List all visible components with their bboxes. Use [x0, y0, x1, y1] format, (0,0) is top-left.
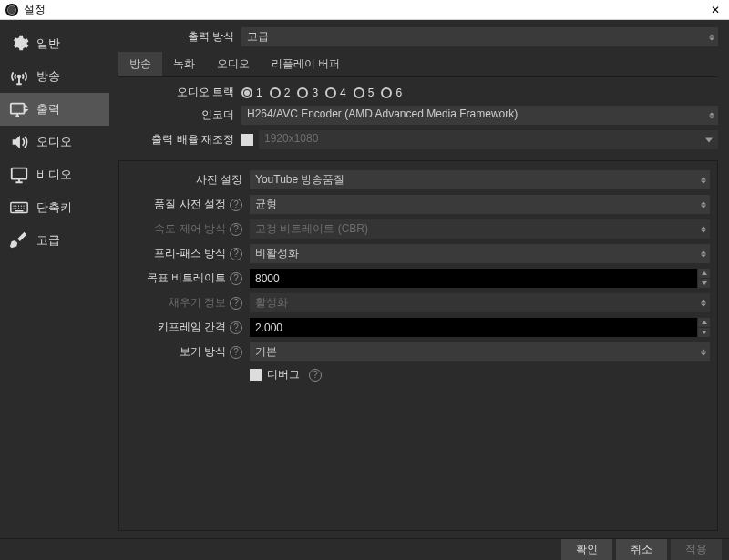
antenna-icon	[9, 66, 29, 87]
sidebar: 일반 방송 출력 오디오 비디오	[0, 20, 109, 538]
sidebar-item-label: 일반	[36, 36, 60, 52]
gear-icon	[9, 34, 29, 54]
encoder-label: 인코더	[118, 107, 241, 123]
help-icon[interactable]: ?	[230, 248, 242, 260]
encoder-settings-panel: 사전 설정 YouTube 방송품질 품질 사전 설정? 균형 속도 제어 방식…	[118, 160, 718, 531]
keyframe-interval-label: 키프레임 간격?	[127, 320, 250, 335]
quality-preset-label: 품질 사전 설정?	[127, 197, 250, 212]
ok-button[interactable]: 확인	[561, 539, 612, 560]
tab-streaming[interactable]: 방송	[118, 52, 162, 76]
sidebar-item-label: 고급	[36, 232, 60, 249]
chevron-down-icon	[705, 137, 713, 142]
rescale-checkbox[interactable]	[241, 134, 253, 146]
debug-checkbox[interactable]	[250, 369, 262, 381]
audio-track-radio-1[interactable]: 1	[241, 87, 262, 99]
help-icon: ?	[230, 223, 242, 236]
output-mode-label: 출력 방식	[118, 29, 241, 45]
audio-track-radio-3[interactable]: 3	[297, 87, 318, 99]
updown-icon	[701, 201, 706, 208]
filler-data-select: 활성화	[250, 293, 710, 312]
spinner-buttons[interactable]	[697, 269, 710, 288]
encoder-row: 인코더 H264/AVC Encoder (AMD Advanced Media…	[118, 106, 718, 125]
titlebar: 설정 ✕	[0, 0, 729, 20]
sidebar-item-output[interactable]: 출력	[0, 93, 109, 126]
rate-control-label: 속도 제어 방식?	[127, 221, 250, 237]
rescale-select: 1920x1080	[259, 130, 718, 149]
encoder-select[interactable]: H264/AVC Encoder (AMD Advanced Media Fra…	[241, 106, 718, 125]
tab-replay-buffer[interactable]: 리플레이 버퍼	[261, 52, 351, 76]
rescale-row: 출력 배율 재조정 1920x1080	[118, 130, 718, 149]
quality-preset-select[interactable]: 균형	[250, 195, 710, 214]
view-mode-label: 보기 방식?	[127, 344, 250, 360]
sidebar-item-label: 단축키	[36, 199, 72, 216]
sidebar-item-label: 방송	[36, 68, 60, 85]
sidebar-item-advanced[interactable]: 고급	[0, 224, 109, 257]
target-bitrate-input[interactable]	[250, 269, 710, 288]
sidebar-item-hotkeys[interactable]: 단축키	[0, 191, 109, 224]
keyframe-interval-input[interactable]	[250, 318, 710, 337]
updown-icon	[701, 177, 706, 183]
output-mode-row: 출력 방식 고급	[118, 27, 718, 46]
content: 출력 방식 고급 방송 녹화 오디오 리플레이 버퍼 오디오 트랙 1 2 3 …	[109, 20, 729, 538]
updown-icon	[701, 250, 706, 257]
sidebar-item-audio[interactable]: 오디오	[0, 126, 109, 158]
audio-track-row: 오디오 트랙 1 2 3 4 5 6	[118, 85, 718, 100]
sidebar-item-video[interactable]: 비디오	[0, 158, 109, 191]
help-icon[interactable]: ?	[230, 272, 242, 285]
preset-label: 사전 설정	[127, 172, 250, 188]
help-icon[interactable]: ?	[230, 321, 242, 334]
sidebar-item-label: 출력	[36, 101, 60, 117]
updown-icon	[709, 34, 714, 40]
obs-icon	[5, 4, 18, 16]
help-icon[interactable]: ?	[230, 199, 242, 211]
close-icon[interactable]: ✕	[707, 4, 724, 16]
updown-icon	[701, 300, 706, 306]
audio-track-radio-4[interactable]: 4	[325, 87, 346, 99]
help-icon[interactable]: ?	[309, 369, 322, 382]
updown-icon	[701, 226, 706, 232]
view-mode-select[interactable]: 기본	[250, 342, 710, 361]
updown-icon	[701, 349, 706, 355]
monitor-icon	[9, 165, 29, 185]
sidebar-item-general[interactable]: 일반	[0, 27, 109, 60]
sidebar-item-label: 오디오	[36, 134, 72, 150]
rescale-label: 출력 배율 재조정	[118, 132, 241, 148]
output-tabs: 방송 녹화 오디오 리플레이 버퍼	[118, 52, 718, 77]
help-icon[interactable]: ?	[230, 346, 242, 359]
svg-rect-1	[11, 104, 25, 114]
svg-rect-2	[12, 168, 27, 179]
sidebar-item-label: 비디오	[36, 167, 72, 183]
tools-icon	[9, 230, 29, 250]
tab-audio[interactable]: 오디오	[206, 52, 261, 76]
filler-data-label: 채우기 정보?	[127, 295, 250, 311]
output-icon	[9, 99, 29, 119]
tab-recording[interactable]: 녹화	[162, 52, 206, 76]
debug-label: 디버그	[267, 367, 300, 382]
window-title: 설정	[24, 2, 46, 17]
audio-track-label: 오디오 트랙	[118, 85, 241, 100]
audio-track-radio-6[interactable]: 6	[381, 87, 402, 99]
updown-icon	[709, 112, 714, 118]
help-icon: ?	[230, 297, 242, 310]
dialog-footer: 확인 취소 적용	[0, 538, 729, 560]
cancel-button[interactable]: 취소	[616, 539, 667, 560]
output-mode-select[interactable]: 고급	[241, 27, 718, 46]
apply-button: 적용	[671, 539, 722, 560]
rate-control-select: 고정 비트레이트 (CBR)	[250, 219, 710, 239]
target-bitrate-label: 목표 비트레이트?	[127, 270, 250, 286]
speaker-icon	[9, 132, 29, 152]
keyboard-icon	[9, 198, 29, 218]
sidebar-item-stream[interactable]: 방송	[0, 60, 109, 93]
prepass-label: 프리-패스 방식?	[127, 246, 250, 261]
preset-select[interactable]: YouTube 방송품질	[250, 170, 710, 189]
audio-track-radio-2[interactable]: 2	[270, 87, 291, 99]
prepass-select[interactable]: 비활성화	[250, 244, 710, 263]
audio-track-radio-5[interactable]: 5	[354, 87, 375, 99]
spinner-buttons[interactable]	[697, 318, 710, 337]
